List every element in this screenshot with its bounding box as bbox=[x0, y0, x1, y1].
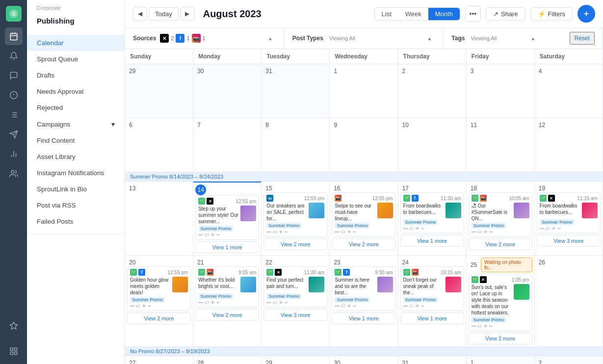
more-icon[interactable]: ••• bbox=[266, 230, 271, 234]
edit-icon[interactable]: ✏ bbox=[421, 226, 425, 231]
eye-icon[interactable]: 👁 bbox=[551, 226, 556, 231]
view-more-btn[interactable]: View 2 more bbox=[127, 312, 191, 324]
tags-chevron[interactable]: ▲ bbox=[527, 32, 539, 44]
reset-btn[interactable]: Reset bbox=[570, 32, 595, 45]
week-view-btn[interactable]: Week bbox=[398, 8, 428, 20]
view-more-btn[interactable]: View 1 more bbox=[195, 241, 259, 253]
sidebar-item-rejected[interactable]: Rejected bbox=[27, 100, 125, 116]
edit-icon[interactable]: ✏ bbox=[421, 304, 425, 309]
eye-icon[interactable]: 👁 bbox=[347, 230, 351, 234]
more-icon[interactable]: ••• bbox=[335, 230, 339, 234]
sidebar-item-asset-library[interactable]: Asset Library bbox=[27, 149, 125, 165]
edit-icon[interactable]: ✏ bbox=[489, 324, 493, 329]
eye-icon[interactable]: 👁 bbox=[210, 233, 215, 237]
sidebar-icon-chart[interactable] bbox=[5, 145, 23, 163]
eye-icon[interactable]: 👁 bbox=[279, 230, 283, 234]
more-icon[interactable]: ••• bbox=[540, 226, 544, 231]
sidebar-icon-bell[interactable] bbox=[5, 86, 23, 104]
edit-icon[interactable]: ✏ bbox=[353, 230, 357, 234]
more-icon[interactable]: ••• bbox=[472, 324, 476, 329]
view-more-btn[interactable]: View 2 more bbox=[469, 238, 532, 250]
sidebar-item-calendar[interactable]: Calendar bbox=[27, 35, 125, 51]
more-icon[interactable]: ••• bbox=[335, 304, 339, 309]
sidebar-item-sprout-queue[interactable]: Sprout Queue bbox=[27, 51, 125, 67]
sidebar-icon-messages[interactable] bbox=[5, 67, 23, 84]
tag-icon[interactable]: 🏷 bbox=[341, 304, 345, 309]
month-view-btn[interactable]: Month bbox=[428, 8, 460, 20]
edit-icon[interactable]: ✏ bbox=[353, 304, 357, 309]
eye-icon[interactable]: 👁 bbox=[483, 230, 488, 234]
edit-icon[interactable]: ✏ bbox=[148, 304, 152, 309]
today-btn[interactable]: Today bbox=[149, 7, 179, 21]
tag-icon[interactable]: 🏷 bbox=[273, 230, 277, 234]
sidebar-item-campaigns[interactable]: Campaigns ▾ bbox=[27, 116, 125, 132]
view-more-btn[interactable]: View 1 more bbox=[400, 235, 464, 247]
edit-icon[interactable]: ✏ bbox=[216, 300, 220, 305]
tag-icon[interactable]: 🏷 bbox=[477, 324, 482, 329]
tag-icon[interactable]: 🏷 bbox=[546, 226, 550, 231]
sidebar-icon-send[interactable] bbox=[5, 126, 23, 143]
more-icon[interactable]: ••• bbox=[198, 300, 203, 305]
next-btn[interactable]: ▶ bbox=[181, 7, 194, 21]
edit-icon[interactable]: ✏ bbox=[489, 230, 493, 234]
tag-icon[interactable]: 🏷 bbox=[409, 304, 414, 309]
edit-icon[interactable]: ✏ bbox=[216, 233, 220, 237]
view-more-btn[interactable]: View 2 more bbox=[263, 238, 327, 250]
tag-icon[interactable]: 🏷 bbox=[136, 304, 140, 309]
eye-icon[interactable]: 👁 bbox=[415, 304, 419, 309]
sidebar-icon-calendar[interactable] bbox=[5, 27, 23, 45]
more-icon[interactable]: ••• bbox=[472, 230, 476, 234]
view-more-btn[interactable]: View 1 more bbox=[332, 312, 395, 324]
tag-icon[interactable]: 🏷 bbox=[273, 300, 277, 305]
more-icon[interactable]: ••• bbox=[198, 233, 203, 237]
more-icon[interactable]: ••• bbox=[266, 300, 271, 305]
tag-icon[interactable]: 🏷 bbox=[205, 233, 209, 237]
view-more-btn[interactable]: View 2 more bbox=[469, 333, 532, 344]
sidebar-item-instagram-notifications[interactable]: Instagram Notifications bbox=[27, 165, 125, 181]
sidebar-item-needs-approval[interactable]: Needs Approval bbox=[27, 83, 125, 100]
eye-icon[interactable]: 👁 bbox=[210, 300, 215, 305]
sidebar-icon-grid[interactable] bbox=[5, 342, 23, 360]
sidebar-item-sproutlink[interactable]: SproutLink in Bio bbox=[27, 181, 125, 197]
tag-icon[interactable]: 🏷 bbox=[205, 300, 209, 305]
edit-icon[interactable]: ✏ bbox=[285, 300, 288, 305]
sidebar-item-drafts[interactable]: Drafts bbox=[27, 67, 125, 83]
compose-btn[interactable] bbox=[577, 5, 595, 23]
view-more-btn[interactable]: View 3 more bbox=[263, 309, 327, 321]
eye-icon[interactable]: 👁 bbox=[279, 300, 283, 305]
list-view-btn[interactable]: List bbox=[375, 8, 398, 20]
eye-icon[interactable]: 👁 bbox=[415, 226, 419, 231]
sidebar-icon-list[interactable] bbox=[5, 106, 23, 124]
sources-chevron[interactable]: ▲ bbox=[264, 32, 276, 44]
sidebar-icon-notifications[interactable] bbox=[5, 47, 23, 65]
share-btn[interactable]: ↗ Share bbox=[486, 7, 525, 21]
post-card: 🌱 ✕ 11:15 am From boardwalks to barbecue… bbox=[537, 192, 601, 234]
more-icon[interactable]: ••• bbox=[403, 226, 408, 231]
sidebar-item-post-via-rss[interactable]: Post via RSS bbox=[27, 197, 125, 213]
filters-btn[interactable]: ⚡ Filters bbox=[530, 7, 573, 21]
view-more-btn[interactable]: View 3 more bbox=[537, 235, 601, 247]
edit-icon[interactable]: ✏ bbox=[557, 226, 561, 231]
sidebar-icon-people[interactable] bbox=[5, 165, 23, 182]
edit-icon[interactable]: ✏ bbox=[285, 230, 288, 234]
post-types-chevron[interactable]: ▲ bbox=[423, 32, 435, 44]
view-more-btn[interactable]: View 2 more bbox=[332, 238, 395, 250]
sidebar-icon-star[interactable] bbox=[5, 317, 23, 335]
tag-icon[interactable]: 🏷 bbox=[341, 230, 345, 234]
eye-icon[interactable]: 👁 bbox=[483, 324, 488, 329]
more-icon[interactable]: ••• bbox=[403, 304, 408, 309]
prev-btn[interactable]: ◀ bbox=[133, 7, 147, 21]
tag-icon[interactable]: 🏷 bbox=[477, 230, 482, 234]
cal-cell-16: 16 📷 12:05 pm Swipe to see our must-have… bbox=[330, 182, 398, 256]
sidebar-item-failed-posts[interactable]: Failed Posts bbox=[27, 213, 125, 230]
sidebar-item-find-content[interactable]: Find Content bbox=[27, 132, 125, 149]
day-num: 2 bbox=[400, 67, 408, 76]
more-icon[interactable]: ••• bbox=[130, 304, 134, 309]
tag-icon[interactable]: 🏷 bbox=[409, 226, 414, 231]
more-options-btn[interactable]: ••• bbox=[465, 6, 481, 22]
eye-icon[interactable]: 👁 bbox=[347, 304, 351, 309]
view-more-btn[interactable]: View 2 more bbox=[195, 309, 259, 321]
eye-icon[interactable]: 👁 bbox=[142, 304, 146, 309]
view-more-btn[interactable]: View 1 more bbox=[400, 312, 464, 324]
day-num: 6 bbox=[127, 121, 134, 130]
